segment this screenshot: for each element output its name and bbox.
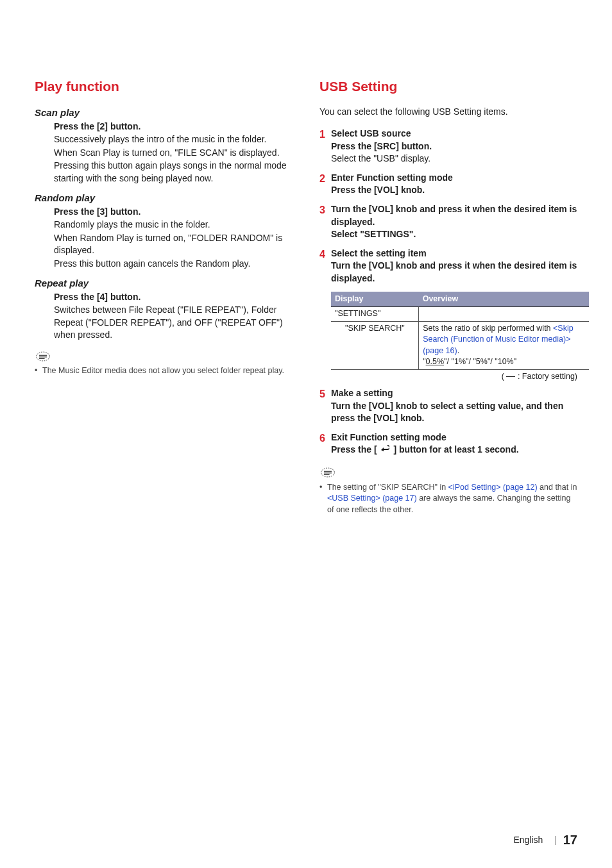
table-header-row: Display Overview (331, 292, 589, 307)
usb-setting-link[interactable]: <USB Setting> (page 17) (327, 494, 417, 503)
play-function-heading: Play function (35, 77, 293, 96)
repeat-play-heading: Repeat play (35, 276, 293, 290)
step-3-sub: Select "SETTINGS". (331, 228, 577, 241)
left-column: Play function Scan play Press the [2] bu… (35, 77, 293, 517)
step-6-sub: Press the [ ] button for at least 1 seco… (331, 444, 577, 458)
random-play-text-1: Randomly plays the music in the folder. (54, 219, 293, 231)
usb-setting-heading: USB Setting (319, 77, 577, 96)
table-cell-overview: Sets the ratio of skip performed with <S… (419, 321, 589, 369)
table-header-overview: Overview (419, 292, 589, 307)
step-2-title: Enter Function setting mode (331, 172, 577, 185)
scan-play-text-1: Successively plays the intro of the musi… (54, 133, 293, 146)
note-icon (35, 351, 51, 362)
scan-play-text-2: When Scan Play is turned on, "FILE SCAN"… (54, 147, 293, 160)
step-number: 4 (319, 247, 331, 285)
footer-language: English (513, 835, 543, 845)
step-5: 5 Make a setting Turn the [VOL] knob to … (319, 387, 577, 425)
table-row: "SKIP SEARCH" Sets the ratio of skip per… (331, 321, 589, 369)
random-play-text-3: Press this button again cancels the Rand… (54, 258, 293, 271)
right-column: USB Setting You can select the following… (319, 77, 577, 517)
usb-setting-intro: You can select the following USB Setting… (319, 106, 577, 119)
footer-separator: | (554, 835, 557, 845)
repeat-play-text-1: Switches between File Repeat ("FILE REPE… (54, 304, 293, 342)
page-number: 17 (563, 833, 577, 847)
table-cell-display: "SETTINGS" (331, 307, 419, 322)
left-note: • The Music Editor media does not allow … (35, 365, 293, 377)
step-4-title: Select the setting item (331, 247, 577, 260)
step-number: 6 (319, 431, 331, 458)
factory-setting-note: ( : Factory setting) (331, 371, 577, 383)
underline-icon (506, 376, 515, 377)
right-note: • The setting of "SKIP SEARCH" in <iPod … (319, 482, 577, 516)
step-6: 6 Exit Function setting mode Press the [… (319, 431, 577, 458)
step-1: 1 Select USB source Press the [SRC] butt… (319, 128, 577, 165)
random-play-body: Press the [3] button. Randomly plays the… (54, 206, 293, 270)
svg-point-0 (37, 352, 50, 361)
page-footer: English | 17 (513, 831, 577, 849)
table-cell-overview (419, 307, 589, 322)
random-play-press: Press the [3] button. (54, 206, 293, 219)
step-2-sub: Press the [VOL] knob. (331, 184, 577, 197)
step-1-text: Select the "USB" display. (331, 153, 577, 165)
left-note-text: The Music Editor media does not allow yo… (42, 365, 293, 377)
scan-play-text-3: Pressing this button again plays songs i… (54, 160, 293, 185)
right-note-text: The setting of "SKIP SEARCH" in <iPod Se… (327, 482, 577, 516)
step-3: 3 Turn the [VOL] knob and press it when … (319, 203, 577, 241)
step-number: 3 (319, 203, 331, 241)
step-2: 2 Enter Function setting mode Press the … (319, 172, 577, 197)
step-6-title: Exit Function setting mode (331, 431, 577, 444)
overview-text-1: Sets the ratio of skip performed with <S… (423, 324, 574, 355)
step-number: 1 (319, 128, 331, 165)
step-3-title: Turn the [VOL] knob and press it when th… (331, 203, 577, 228)
repeat-play-body: Press the [4] button. Switches between F… (54, 291, 293, 341)
return-icon (379, 445, 391, 458)
step-1-sub: Press the [SRC] button. (331, 140, 577, 153)
settings-table: Display Overview "SETTINGS" "SKIP SEARCH… (331, 292, 589, 370)
step-4-sub: Turn the [VOL] knob and press it when th… (331, 260, 577, 285)
table-cell-display: "SKIP SEARCH" (331, 321, 419, 369)
random-play-text-2: When Random Play is turned on, "FOLDER R… (54, 232, 293, 257)
table-header-display: Display (331, 292, 419, 307)
random-play-heading: Random play (35, 191, 293, 204)
table-row: "SETTINGS" (331, 307, 589, 322)
step-1-title: Select USB source (331, 128, 577, 140)
step-5-sub: Turn the [VOL] knob to select a setting … (331, 400, 577, 425)
note-icon (319, 467, 336, 478)
scan-play-body: Press the [2] button. Successively plays… (54, 121, 293, 185)
step-5-title: Make a setting (331, 387, 577, 400)
bullet-icon: • (319, 482, 327, 516)
overview-values: "0.5%"/ "1%"/ "5%"/ "10%" (423, 357, 516, 366)
step-number: 5 (319, 387, 331, 425)
step-number: 2 (319, 172, 331, 197)
svg-point-4 (321, 468, 335, 477)
bullet-icon: • (35, 365, 42, 377)
ipod-setting-link[interactable]: <iPod Setting> (page 12) (448, 483, 538, 492)
step-4: 4 Select the setting item Turn the [VOL]… (319, 247, 577, 285)
scan-play-heading: Scan play (35, 106, 293, 119)
scan-play-press: Press the [2] button. (54, 121, 293, 133)
repeat-play-press: Press the [4] button. (54, 291, 293, 304)
overview-text-2: . (457, 346, 459, 355)
